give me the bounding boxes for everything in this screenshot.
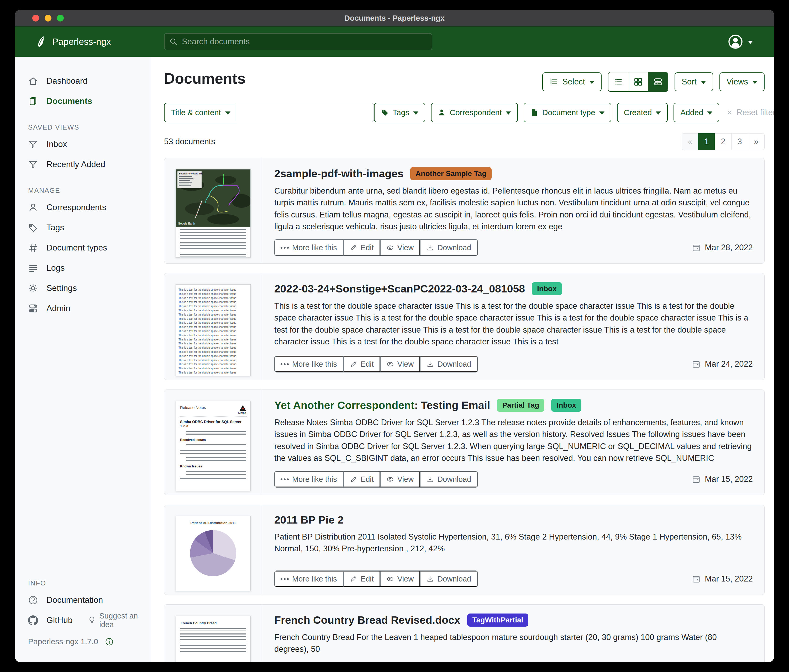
suggest-idea-link[interactable]: Suggest an idea (88, 611, 151, 629)
correspondent-name[interactable]: Yet Another Correspondent (274, 399, 414, 411)
more-like-this-button[interactable]: More like this (275, 240, 343, 255)
grid-view-button[interactable] (628, 72, 648, 91)
document-excerpt: Release Notes Simba ODBC Driver for SQL … (274, 417, 753, 464)
close-window-button[interactable] (32, 15, 39, 22)
correspondent-filter-button[interactable]: Correspondent (431, 103, 517, 122)
added-filter-button[interactable]: Added (674, 103, 719, 122)
document-title-link[interactable]: 2sample-pdf-with-images (274, 167, 403, 180)
action-label: View (398, 475, 414, 484)
action-label: More like this (292, 575, 337, 583)
tag-badge[interactable]: Inbox (551, 399, 581, 412)
document-date: Mar 15, 2022 (692, 475, 753, 484)
tag-badge[interactable]: Partial Tag (497, 399, 545, 412)
more-like-this-button[interactable]: More like this (275, 356, 343, 372)
search-box[interactable] (164, 33, 432, 50)
tag-badge[interactable]: Inbox (532, 282, 562, 295)
sidebar-item-documentation[interactable]: Documentation (15, 590, 151, 610)
minimize-window-button[interactable] (45, 15, 51, 22)
view-button[interactable]: View (380, 571, 420, 587)
sidebar: Dashboard Documents SAVED VIEWS Inbox Re… (15, 57, 151, 662)
thumb-heading: Simba ODBC Driver for SQL Server 1.2.3 (180, 420, 246, 428)
document-title-link[interactable]: Yet Another Correspondent: Testing Email (274, 399, 490, 412)
tag-badge[interactable]: TagWithPartial (467, 613, 529, 627)
sidebar-item-logs[interactable]: Logs (15, 258, 151, 278)
document-title-link[interactable]: French Country Bread Revised.docx (274, 614, 460, 626)
views-label: Views (727, 77, 748, 86)
document-title-link[interactable]: 2022-03-24+Sonstige+ScanPC2022-03-24_081… (274, 283, 525, 295)
document-date: Mar 15, 2022 (692, 574, 753, 584)
document-thumbnail[interactable]: Release Notes Simba Simba ODBC Driver fo… (176, 401, 251, 491)
download-button[interactable]: Download (420, 356, 478, 372)
document-type-filter-button[interactable]: Document type (524, 103, 611, 122)
edit-button[interactable]: Edit (343, 240, 380, 255)
document-thumbnail[interactable]: Boundary Waters Trip Google Earth (176, 169, 251, 258)
info-icon[interactable] (105, 637, 113, 646)
sidebar-item-admin[interactable]: Admin (15, 298, 151, 318)
edit-button[interactable]: Edit (343, 571, 380, 587)
pie-chart-title: Patient BP Distribution 2011 (176, 521, 251, 525)
action-label: View (398, 244, 414, 252)
sidebar-item-label: Correspondents (46, 202, 106, 212)
sidebar-item-recently-added[interactable]: Recently Added (15, 154, 151, 174)
pagination-page-3[interactable]: 3 (731, 133, 748, 150)
filter-text-input[interactable] (237, 103, 374, 122)
search-input[interactable] (181, 37, 427, 47)
created-filter-button[interactable]: Created (617, 103, 668, 122)
tags-filter-button[interactable]: Tags (374, 103, 425, 122)
pagination-next[interactable]: » (748, 133, 765, 150)
edit-button[interactable]: Edit (343, 471, 380, 487)
action-label: More like this (292, 244, 337, 252)
download-button[interactable]: Download (420, 571, 478, 587)
view-button[interactable]: View (380, 471, 420, 487)
toggles-icon (28, 304, 38, 314)
reset-filters-button[interactable]: Reset filters (725, 108, 774, 117)
pagination-page-2[interactable]: 2 (715, 133, 732, 150)
sort-dropdown-button[interactable]: Sort (674, 72, 713, 91)
thumbnail-text-lines (180, 254, 246, 258)
download-button[interactable]: Download (420, 240, 478, 255)
sidebar-item-document-types[interactable]: Document types (15, 238, 151, 258)
select-dropdown-button[interactable]: Select (542, 72, 602, 91)
zoom-window-button[interactable] (57, 15, 64, 22)
document-thumbnail[interactable]: Patient BP Distribution 2011 (176, 516, 251, 591)
sidebar-item-settings[interactable]: Settings (15, 278, 151, 298)
document-thumbnail[interactable]: This is a test for the double space char… (176, 284, 251, 376)
chevron-down-icon (413, 111, 418, 115)
user-menu[interactable] (728, 34, 774, 49)
detail-view-button[interactable] (648, 72, 668, 91)
views-dropdown-button[interactable]: Views (719, 72, 765, 91)
search-field-label: Title & content (171, 108, 221, 117)
brand[interactable]: Paperless-ngx (15, 36, 151, 48)
github-icon (28, 615, 38, 625)
more-like-this-button[interactable]: More like this (275, 571, 343, 587)
chevron-down-icon (748, 41, 753, 44)
simba-label: Simba (238, 411, 246, 414)
user-avatar-icon (728, 34, 743, 49)
sidebar-item-documents[interactable]: Documents (15, 91, 151, 111)
view-button[interactable]: View (380, 240, 420, 255)
document-title-link[interactable]: 2011 BP Pie 2 (274, 514, 343, 526)
more-like-this-button[interactable]: More like this (275, 471, 343, 487)
pagination-prev[interactable]: « (682, 133, 698, 150)
sidebar-item-github[interactable]: GitHub (15, 610, 73, 630)
list-view-button[interactable] (609, 72, 628, 91)
sidebar-item-inbox[interactable]: Inbox (15, 134, 151, 154)
thumbnail-text-lines (186, 444, 246, 447)
thumbnail-text-lines (186, 471, 246, 476)
map-title: Boundary Waters Trip (179, 172, 203, 175)
title-separator: : (414, 399, 421, 411)
pagination-page-1[interactable]: 1 (698, 133, 715, 150)
view-button[interactable]: View (380, 356, 420, 372)
view-toggle-group (608, 72, 668, 92)
tag-badge[interactable]: Another Sample Tag (410, 167, 492, 180)
download-button[interactable]: Download (420, 471, 478, 487)
sidebar-item-correspondents[interactable]: Correspondents (15, 197, 151, 217)
action-label: View (398, 575, 414, 583)
search-field-selector[interactable]: Title & content (164, 103, 237, 122)
document-thumbnail[interactable]: French Country Bread (176, 616, 251, 662)
edit-button[interactable]: Edit (343, 356, 380, 372)
sidebar-item-tags[interactable]: Tags (15, 217, 151, 238)
sidebar-section-info: INFO (28, 579, 151, 587)
sidebar-item-dashboard[interactable]: Dashboard (15, 71, 151, 91)
version-row: Paperless-ngx 1.7.0 (15, 630, 151, 662)
